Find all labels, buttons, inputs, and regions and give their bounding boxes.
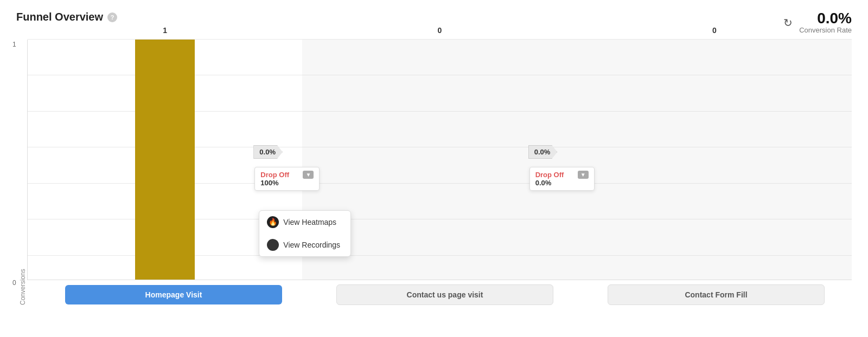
- chart-inner: 1 0 1: [27, 40, 852, 305]
- conversion-rate-label: Conversion Rate: [799, 26, 852, 34]
- columns-area: 1 0 0.0% Drop Off ▼: [28, 40, 852, 280]
- column-contact-form: 0 0.0% Drop Off ▼ 0.0%: [577, 40, 852, 280]
- header-right: ↻ 0.0% Conversion Rate: [783, 11, 852, 34]
- y-tick-1: 1: [12, 41, 16, 48]
- y-axis-label: Conversions: [16, 40, 27, 305]
- dropoff-value-2: 0.0%: [535, 179, 589, 187]
- x-segment-contact-us: Contact us page visit: [309, 284, 580, 305]
- header: Funnel Overview ? ↻ 0.0% Conversion Rate: [16, 11, 852, 34]
- chart-grid: 1 0 1: [27, 40, 852, 280]
- dropoff-row-1: Drop Off ▼: [260, 171, 314, 179]
- stage-button-contact-form[interactable]: Contact Form Fill: [608, 284, 825, 305]
- column-contact-us: 0 0.0% Drop Off ▼ 100%: [302, 40, 577, 280]
- header-left: Funnel Overview ?: [16, 11, 117, 23]
- x-segment-contact-form: Contact Form Fill: [580, 284, 852, 305]
- popup-item-heatmaps[interactable]: 🔥 View Heatmaps: [259, 211, 350, 234]
- dropoff-value-1: 100%: [260, 179, 314, 187]
- arrow-badge-1: 0.0%: [253, 145, 283, 159]
- dropoff-box-2: Drop Off ▼ 0.0%: [529, 167, 595, 191]
- stage-button-homepage[interactable]: Homepage Visit: [65, 285, 282, 304]
- conversion-rate-block: 0.0% Conversion Rate: [799, 11, 852, 34]
- bar-homepage: [135, 40, 195, 280]
- help-icon[interactable]: ?: [107, 12, 117, 22]
- popup-item-recordings[interactable]: ⏺ View Recordings: [259, 234, 350, 256]
- bar-count-homepage: 1: [163, 26, 167, 35]
- dropoff-label-2: Drop Off: [535, 171, 564, 179]
- conversion-rate-value: 0.0%: [799, 11, 852, 26]
- dropoff-box-1: Drop Off ▼ 100%: [254, 167, 320, 191]
- popup-recordings-label: View Recordings: [283, 241, 340, 249]
- y-tick-0: 0: [12, 279, 16, 287]
- page-title: Funnel Overview: [16, 11, 103, 23]
- recording-icon: ⏺: [267, 239, 279, 251]
- refresh-icon[interactable]: ↻: [783, 16, 793, 29]
- popup-menu: 🔥 View Heatmaps ⏺ View Recordings: [259, 210, 351, 257]
- chart-wrapper: Conversions 1 0 1: [16, 40, 852, 305]
- stage-button-contact-us[interactable]: Contact us page visit: [336, 284, 553, 305]
- dropoff-row-2: Drop Off ▼: [535, 171, 589, 179]
- popup-heatmaps-label: View Heatmaps: [283, 218, 336, 226]
- x-axis: Homepage Visit Contact us page visit Con…: [27, 284, 852, 305]
- bar-count-contact-us: 0: [438, 26, 442, 35]
- x-segment-homepage: Homepage Visit: [38, 284, 309, 305]
- funnel-overview-container: Funnel Overview ? ↻ 0.0% Conversion Rate…: [0, 0, 868, 337]
- dropoff-dropdown-2[interactable]: ▼: [578, 171, 589, 179]
- dropoff-dropdown-1[interactable]: ▼: [303, 171, 314, 179]
- bar-count-contact-form: 0: [712, 26, 717, 35]
- arrow-badge-2: 0.0%: [528, 145, 558, 159]
- dropoff-label-1: Drop Off: [260, 171, 289, 179]
- heatmap-icon: 🔥: [267, 216, 279, 228]
